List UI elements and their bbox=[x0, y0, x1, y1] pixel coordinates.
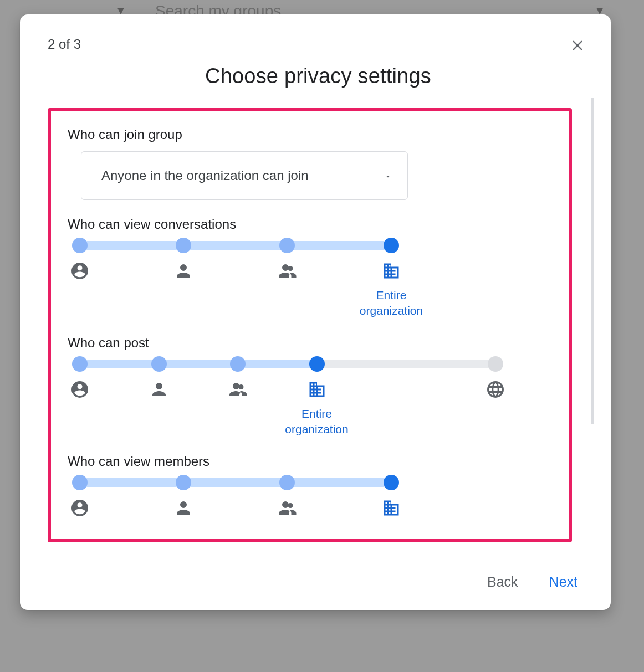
owner-icon bbox=[70, 379, 90, 399]
globe-icon bbox=[485, 379, 505, 399]
view-conversations-slider[interactable] bbox=[80, 241, 391, 250]
dialog-title: Choose privacy settings bbox=[48, 64, 589, 88]
option-managers bbox=[139, 498, 228, 518]
next-button[interactable]: Next bbox=[547, 571, 580, 593]
organization-icon bbox=[381, 498, 401, 518]
slider-stop-owners[interactable] bbox=[72, 475, 88, 490]
slider-stop-organization[interactable] bbox=[384, 238, 399, 253]
dropdown-arrow-icon bbox=[383, 168, 393, 183]
view-members-slider[interactable] bbox=[80, 478, 391, 487]
who-can-post-slider[interactable] bbox=[80, 360, 495, 368]
option-owners bbox=[35, 379, 124, 399]
view-conversations-label: Who can view conversations bbox=[68, 217, 552, 232]
option-organization bbox=[347, 498, 436, 518]
who-can-join-select[interactable]: Anyone in the organization can join bbox=[81, 151, 408, 200]
slider-stop-managers[interactable] bbox=[176, 475, 191, 490]
step-indicator: 2 of 3 bbox=[48, 37, 589, 52]
slider-stop-members[interactable] bbox=[279, 238, 295, 253]
owner-icon bbox=[70, 261, 90, 281]
option-members bbox=[243, 498, 331, 518]
slider-stop-organization[interactable] bbox=[384, 475, 399, 490]
privacy-settings-dialog: 2 of 3 Choose privacy settings Who can j… bbox=[20, 14, 611, 610]
organization-icon bbox=[307, 379, 327, 399]
scrollbar[interactable] bbox=[591, 98, 594, 424]
slider-stop-owners[interactable] bbox=[72, 356, 88, 372]
option-members bbox=[243, 261, 331, 281]
members-icon bbox=[277, 261, 297, 281]
option-organization: Entire organization bbox=[347, 261, 436, 319]
join-label: Who can join group bbox=[68, 127, 552, 142]
manager-icon bbox=[149, 379, 169, 399]
manager-icon bbox=[173, 261, 193, 281]
join-select-value: Anyone in the organization can join bbox=[101, 168, 309, 183]
highlight-annotation: Who can join group Anyone in the organiz… bbox=[48, 108, 572, 542]
owner-icon bbox=[70, 498, 90, 518]
option-managers bbox=[115, 379, 203, 399]
option-organization-label: Entire organization bbox=[347, 288, 436, 319]
option-owners bbox=[35, 261, 124, 281]
members-icon bbox=[228, 379, 248, 399]
option-organization-label: Entire organization bbox=[273, 406, 361, 438]
slider-stop-managers[interactable] bbox=[151, 356, 167, 372]
option-members bbox=[193, 379, 282, 399]
slider-stop-owners[interactable] bbox=[72, 238, 88, 253]
slider-stop-organization[interactable] bbox=[309, 356, 325, 372]
option-owners bbox=[35, 498, 124, 518]
option-organization: Entire organization bbox=[273, 379, 361, 438]
option-managers bbox=[139, 261, 228, 281]
post-label: Who can post bbox=[68, 335, 552, 351]
organization-icon bbox=[381, 261, 401, 281]
members-icon bbox=[277, 498, 297, 518]
slider-stop-web[interactable] bbox=[488, 356, 503, 372]
slider-stop-members[interactable] bbox=[279, 475, 295, 490]
back-button[interactable]: Back bbox=[485, 571, 520, 593]
manager-icon bbox=[173, 498, 193, 518]
view-members-label: Who can view members bbox=[68, 454, 552, 469]
slider-stop-members[interactable] bbox=[230, 356, 246, 372]
dialog-footer: Back Next bbox=[20, 557, 611, 593]
slider-stop-managers[interactable] bbox=[176, 238, 191, 253]
option-web bbox=[451, 379, 540, 399]
